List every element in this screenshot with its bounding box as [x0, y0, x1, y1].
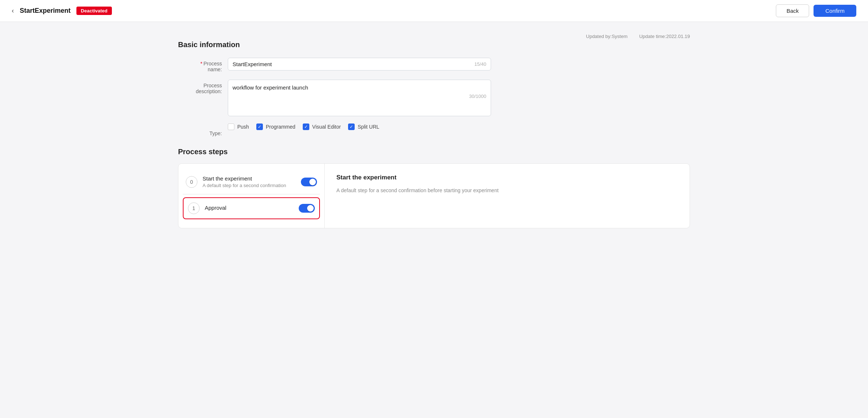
- process-name-label: *Process name:: [178, 58, 222, 72]
- push-checkbox-box[interactable]: [228, 123, 234, 130]
- visual-editor-checkbox-box[interactable]: [303, 123, 309, 130]
- confirm-button[interactable]: Confirm: [814, 5, 856, 17]
- split-url-label: Split URL: [358, 124, 379, 130]
- process-desc-row: Process description: workflow for experi…: [178, 80, 690, 116]
- step-0-desc: A default step for a second confirmation: [203, 183, 296, 188]
- programmed-checkbox-box[interactable]: [256, 123, 263, 130]
- step-detail-desc: A default step for a second confirmation…: [336, 186, 678, 194]
- header-left: ‹ StartExperiment Deactivated: [12, 7, 112, 15]
- steps-list: 0 Start the experiment A default step fo…: [178, 164, 325, 228]
- update-time: Update time:2022.01.19: [639, 34, 690, 39]
- process-name-input[interactable]: StartExperiment 15/40: [228, 58, 491, 71]
- process-steps-title: Process steps: [178, 148, 690, 156]
- visual-editor-label: Visual Editor: [312, 124, 341, 130]
- step-detail-panel: Start the experiment A default step for …: [325, 164, 690, 228]
- page-title: StartExperiment: [20, 7, 71, 15]
- back-arrow-icon[interactable]: ‹: [12, 7, 14, 15]
- step-detail-title: Start the experiment: [336, 174, 678, 181]
- step-item-1[interactable]: 1 Approval: [183, 197, 320, 219]
- step-1-toggle[interactable]: [299, 204, 315, 213]
- split-url-checkbox-box[interactable]: [348, 123, 355, 130]
- checkbox-split-url[interactable]: Split URL: [348, 123, 379, 130]
- checkbox-programmed[interactable]: Programmed: [256, 123, 295, 130]
- checkbox-push[interactable]: Push: [228, 123, 249, 130]
- basic-info-title: Basic information: [178, 41, 690, 49]
- steps-container: 0 Start the experiment A default step fo…: [178, 163, 690, 228]
- header-right: Back Confirm: [776, 4, 856, 17]
- deactivated-badge: Deactivated: [76, 7, 112, 15]
- process-desc-counter: 30/1000: [233, 94, 486, 99]
- main-content: Updated by:System Update time:2022.01.19…: [163, 22, 705, 240]
- header: ‹ StartExperiment Deactivated Back Confi…: [0, 0, 868, 22]
- step-1-name: Approval: [205, 205, 294, 211]
- steps-divider: [183, 194, 320, 194]
- type-row: Type: Push Programmed Visual Editor Spli…: [178, 123, 690, 140]
- process-desc-textarea[interactable]: workflow for experiment launch 30/1000: [228, 80, 491, 116]
- type-checkboxes: Push Programmed Visual Editor Split URL: [228, 123, 379, 130]
- updated-by: Updated by:System: [586, 34, 627, 39]
- process-name-value: StartExperiment: [233, 61, 272, 67]
- required-star: *: [200, 61, 202, 66]
- step-0-name: Start the experiment: [203, 175, 296, 182]
- step-0-toggle[interactable]: [301, 178, 317, 186]
- process-desc-value: workflow for experiment launch: [233, 84, 486, 91]
- back-button[interactable]: Back: [776, 4, 809, 17]
- process-name-row: *Process name: StartExperiment 15/40: [178, 58, 690, 72]
- step-item-0[interactable]: 0 Start the experiment A default step fo…: [178, 170, 324, 194]
- process-desc-label: Process description:: [178, 80, 222, 94]
- meta-row: Updated by:System Update time:2022.01.19: [178, 34, 690, 39]
- programmed-label: Programmed: [266, 124, 295, 130]
- step-1-info: Approval: [205, 205, 294, 212]
- step-0-info: Start the experiment A default step for …: [203, 175, 296, 188]
- push-label: Push: [237, 124, 249, 130]
- process-name-counter: 15/40: [474, 61, 486, 67]
- step-0-number: 0: [186, 176, 197, 188]
- type-label: Type:: [178, 128, 222, 136]
- checkbox-visual-editor[interactable]: Visual Editor: [303, 123, 341, 130]
- step-1-number: 1: [188, 202, 200, 214]
